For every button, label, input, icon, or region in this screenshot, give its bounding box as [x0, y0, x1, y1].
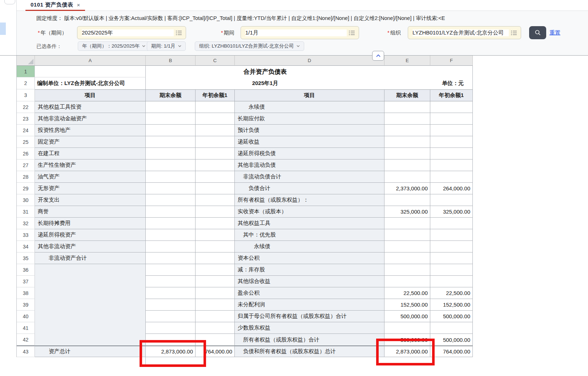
cell-item-right[interactable]: 减：库存股 [235, 264, 384, 276]
row-number[interactable]: 42 [17, 334, 35, 345]
cell-beginning-balance-right[interactable] [430, 171, 473, 183]
cell-ending-balance-right[interactable] [384, 229, 430, 241]
cell-beginning-balance-right[interactable] [430, 136, 473, 148]
cell-item-right[interactable]: 未分配利润 [235, 299, 384, 311]
cell-item-right[interactable]: 盈余公积 [235, 287, 384, 299]
cell-beginning-balance-right[interactable] [430, 322, 473, 334]
cell-beginning-balance-left[interactable]: 764,000.00 [196, 345, 235, 357]
cell-item-left[interactable]: 其他非流动资产 [35, 241, 146, 252]
cell-beginning-balance-right[interactable]: 22,500.00 [430, 287, 473, 299]
cell-ending-balance-right[interactable] [384, 101, 430, 113]
cell-item-right[interactable]: 实收资本（或股本） [235, 206, 384, 218]
column-header-d[interactable]: D [235, 56, 384, 66]
cell-ending-balance-left[interactable] [146, 334, 196, 345]
cell-ending-balance-left[interactable] [146, 276, 196, 287]
cell-ending-balance-left[interactable] [146, 125, 196, 136]
cell-item-right[interactable]: 负债和所有者权益（或股东权益）总计 [235, 345, 384, 357]
cell-ending-balance-left[interactable] [146, 206, 196, 218]
cell-ending-balance-right[interactable] [384, 125, 430, 136]
cell-item-right[interactable]: 永续债 [235, 241, 384, 252]
cell-ending-balance-right[interactable]: 2,373,000.00 [384, 183, 430, 194]
column-header-f[interactable]: F [430, 56, 473, 66]
period-input[interactable]: 1/1月 [241, 26, 359, 39]
cell-beginning-balance-right[interactable]: 325,000.00 [430, 206, 473, 218]
cell-ending-balance-left[interactable] [146, 194, 196, 206]
period-caption-cell[interactable]: 2025年1月 [146, 77, 384, 89]
cell-item-right[interactable]: 永续债 [235, 101, 384, 113]
cell-beginning-balance-left[interactable] [196, 125, 235, 136]
column-header-a[interactable]: A [35, 56, 146, 66]
row-number[interactable]: 34 [17, 241, 35, 252]
cell-item-right[interactable]: 其他非流动负债 [235, 159, 384, 171]
cell-ending-balance-right[interactable] [384, 322, 430, 334]
cell-beginning-balance-right[interactable] [430, 125, 473, 136]
row-number[interactable]: 23 [17, 113, 35, 125]
cell-beginning-balance-left[interactable] [196, 113, 235, 125]
cell-beginning-balance-left[interactable] [196, 241, 235, 252]
cell-beginning-balance-left[interactable] [196, 264, 235, 276]
cell-beginning-balance-right[interactable] [430, 252, 473, 264]
cell-item-left[interactable]: 其他权益工具投资 [35, 101, 146, 113]
cell-ending-balance-left[interactable] [146, 241, 196, 252]
collapse-filter-button[interactable] [372, 51, 384, 61]
cell-beginning-balance-right[interactable] [430, 159, 473, 171]
cell-item-left[interactable] [35, 264, 146, 276]
cell-beginning-balance-right[interactable]: 500,000.00 [430, 311, 473, 322]
select-all-corner[interactable] [17, 56, 35, 66]
cell-item-left[interactable]: 商誉 [35, 206, 146, 218]
cell-item-left[interactable] [35, 276, 146, 287]
row-number[interactable]: 30 [17, 194, 35, 206]
cell-beginning-balance-left[interactable] [196, 299, 235, 311]
cell-item-right[interactable]: 其他综合收益 [235, 276, 384, 287]
cell-beginning-balance-left[interactable] [196, 136, 235, 148]
cell-ending-balance-left[interactable] [146, 183, 196, 194]
row-number[interactable]: 31 [17, 206, 35, 218]
cell-beginning-balance-right[interactable] [430, 229, 473, 241]
row-number[interactable]: 27 [17, 159, 35, 171]
cell-item-left[interactable]: 固定资产 [35, 136, 146, 148]
cell-beginning-balance-left[interactable] [196, 206, 235, 218]
cell-item-left[interactable]: 投资性房地产 [35, 125, 146, 136]
cell-item-right[interactable]: 负债合计 [235, 183, 384, 194]
cell-ending-balance-right[interactable]: 500,000.00 [384, 311, 430, 322]
cell-item-left[interactable] [35, 334, 146, 345]
row-number[interactable]: 41 [17, 322, 35, 334]
cell-item-left[interactable]: 在建工程 [35, 148, 146, 159]
cell-item-left[interactable]: 生产性生物资产 [35, 159, 146, 171]
cell-ending-balance-right[interactable]: 22,500.00 [384, 287, 430, 299]
header-beginning-balance-right[interactable]: 年初余额1 [430, 89, 473, 101]
cell-ending-balance-left[interactable] [146, 159, 196, 171]
chip-org[interactable]: 组织: LYZHB0101/LYZ合并测试-北京分公司 [195, 41, 304, 51]
row-number[interactable]: 35 [17, 252, 35, 264]
cell-beginning-balance-right[interactable] [430, 264, 473, 276]
cell-beginning-balance-left[interactable] [196, 148, 235, 159]
cell-ending-balance-right[interactable] [384, 276, 430, 287]
cell-item-right[interactable]: 非流动负债合计 [235, 171, 384, 183]
cell-item-right[interactable]: 递延收益 [235, 136, 384, 148]
cell-ending-balance-right[interactable] [384, 159, 430, 171]
chip-period[interactable]: 期间: 1/1月 [147, 41, 186, 51]
cell-ending-balance-right[interactable] [384, 171, 430, 183]
cell-ending-balance-left[interactable] [146, 101, 196, 113]
search-button[interactable] [529, 26, 546, 39]
row-number[interactable]: 36 [17, 264, 35, 276]
cell-item-left[interactable] [35, 287, 146, 299]
cell-item-right[interactable]: 长期应付款 [235, 113, 384, 125]
cell-beginning-balance-left[interactable] [196, 311, 235, 322]
cell-beginning-balance-right[interactable]: 764,000.00 [430, 345, 473, 357]
cell-item-left[interactable]: 其他非流动金融资产 [35, 113, 146, 125]
cell-ending-balance-right[interactable] [384, 252, 430, 264]
cell-ending-balance-right[interactable] [384, 136, 430, 148]
report-title[interactable]: 合并资产负债表 [146, 66, 384, 77]
cell-item-left[interactable]: 长期待摊费用 [35, 218, 146, 229]
row-number[interactable]: 3 [17, 89, 35, 101]
cell-ending-balance-left[interactable] [146, 136, 196, 148]
year-input[interactable]: 2025/2025年 [77, 26, 186, 39]
cell-beginning-balance-left[interactable] [196, 322, 235, 334]
cell-ending-balance-left[interactable] [146, 264, 196, 276]
cell-ending-balance-right[interactable] [384, 148, 430, 159]
cell-item-right[interactable]: 所有者权益（或股东权益）合计 [235, 334, 384, 345]
list-picker-icon[interactable] [349, 30, 355, 36]
tab-balance-sheet[interactable]: 0101 资产负债表 × [25, 0, 85, 11]
cell-beginning-balance-left[interactable] [196, 159, 235, 171]
